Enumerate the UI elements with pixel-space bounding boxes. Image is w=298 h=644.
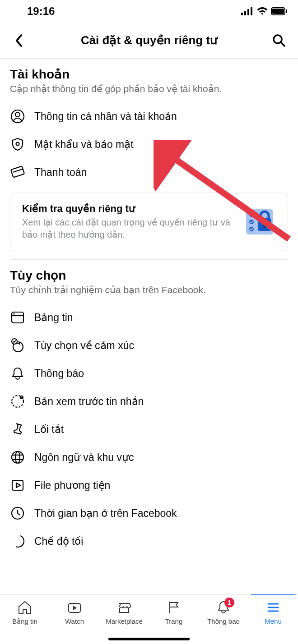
svg-line-8: [281, 42, 284, 46]
row-payments[interactable]: Thanh toán: [0, 158, 298, 186]
card-icon: [10, 165, 25, 180]
row-personal-info[interactable]: Thông tin cá nhân và tài khoản: [0, 102, 298, 130]
row-label: Thanh toán: [34, 166, 87, 179]
menu-icon: [265, 599, 281, 616]
section-title: Tùy chọn: [10, 268, 288, 283]
svg-point-22: [13, 313, 14, 314]
svg-point-25: [12, 396, 23, 407]
tab-label: Trang: [165, 617, 183, 625]
reaction-icon: [10, 338, 25, 353]
svg-rect-3: [251, 7, 252, 15]
row-label: Ngôn ngữ và khu vực: [34, 451, 134, 464]
svg-rect-19: [263, 222, 266, 228]
tab-label: Bảng tin: [12, 617, 37, 626]
row-label: Bảng tin: [34, 312, 73, 324]
row-password-security[interactable]: Mật khẩu và bảo mật: [0, 130, 298, 158]
status-indicators: [241, 7, 287, 16]
section-desc: Cập nhật thông tin để góp phần bảo vệ tà…: [10, 83, 288, 94]
bell-icon: [10, 366, 25, 381]
tab-label: Thông báo: [207, 617, 240, 625]
pin-icon: [10, 422, 25, 437]
svg-marker-32: [16, 483, 20, 488]
back-button[interactable]: [10, 32, 28, 50]
flag-icon: [166, 599, 182, 616]
row-media[interactable]: File phương tiện: [0, 471, 298, 499]
row-label: Chế độ tối: [34, 535, 83, 547]
row-shortcuts[interactable]: Lối tắt: [0, 415, 298, 443]
svg-rect-2: [247, 9, 249, 15]
section-desc: Tùy chỉnh trải nghiệm của bạn trên Faceb…: [10, 285, 288, 295]
cellular-icon: [241, 7, 254, 15]
bell-icon: 1: [215, 599, 232, 616]
tab-pages[interactable]: Trang: [149, 595, 199, 644]
tab-news-feed[interactable]: Bảng tin: [0, 595, 50, 644]
globe-icon: [10, 450, 25, 465]
row-notifications[interactable]: Thông báo: [0, 359, 298, 387]
row-reaction-preferences[interactable]: Tùy chọn về cảm xúc: [0, 331, 298, 359]
clock-icon: [10, 506, 25, 521]
tab-watch[interactable]: Watch: [50, 595, 99, 644]
header: Cài đặt & quyền riêng tư: [0, 23, 298, 59]
svg-line-13: [13, 169, 23, 172]
row-message-preview[interactable]: Bản xem trước tin nhắn: [0, 387, 298, 415]
notification-badge: 1: [224, 598, 234, 607]
card-title: Kiểm tra quyền riêng tư: [22, 203, 235, 215]
tab-label: Menu: [265, 617, 282, 625]
row-label: Lối tắt: [34, 423, 64, 436]
page-title: Cài đặt & quyền riêng tư: [28, 33, 270, 47]
svg-marker-35: [73, 606, 77, 610]
person-icon: [10, 109, 25, 124]
battery-icon: [271, 7, 287, 15]
content-scroll[interactable]: Tài khoản Cập nhật thông tin để góp phần…: [0, 59, 298, 594]
row-news-feed[interactable]: Bảng tin: [0, 304, 298, 331]
market-icon: [116, 599, 132, 616]
section-preferences: Tùy chọn Tùy chỉnh trải nghiệm của bạn t…: [0, 260, 298, 304]
feed-icon: [10, 310, 25, 325]
row-label: Thông tin cá nhân và tài khoản: [34, 110, 177, 123]
row-language-region[interactable]: Ngôn ngữ và khu vực: [0, 443, 298, 471]
chevron-left-icon: [14, 34, 23, 47]
tab-menu[interactable]: Menu: [248, 595, 298, 644]
privacy-checkup-card[interactable]: Kiểm tra quyền riêng tư Xem lại các cài …: [10, 193, 288, 251]
svg-point-28: [15, 451, 20, 463]
tab-label: Marketplace: [106, 617, 143, 625]
watch-icon: [66, 599, 83, 616]
card-sub: Xem lại các cài đặt quan trọng về quyền …: [22, 216, 235, 241]
svg-rect-5: [272, 9, 284, 14]
row-label: Thời gian bạn ở trên Facebook: [34, 507, 177, 520]
row-time-on-facebook[interactable]: Thời gian bạn ở trên Facebook: [0, 499, 298, 527]
media-icon: [10, 478, 25, 493]
svg-point-27: [12, 451, 23, 463]
shield-icon: [10, 137, 25, 152]
tab-notifications[interactable]: 1 Thông báo: [199, 595, 248, 644]
tab-bar: Bảng tin Watch Marketplace Trang 1 Thông…: [0, 594, 298, 644]
tab-label: Watch: [65, 617, 84, 625]
svg-rect-0: [241, 13, 243, 15]
section-title: Tài khoản: [10, 67, 288, 82]
row-label: File phương tiện: [34, 479, 110, 492]
svg-rect-1: [244, 11, 246, 15]
status-bar: 19:16: [0, 0, 298, 23]
privacy-checkup-icon: [243, 206, 276, 238]
svg-point-11: [16, 143, 19, 146]
card-text: Kiểm tra quyền riêng tư Xem lại các cài …: [22, 203, 235, 241]
search-button[interactable]: [270, 32, 288, 50]
status-time: 19:16: [27, 5, 55, 18]
svg-rect-31: [12, 480, 23, 490]
row-label: Bản xem trước tin nhắn: [34, 396, 144, 408]
bubble-dashed-icon: [10, 394, 25, 409]
row-label: Mật khẩu và bảo mật: [34, 138, 134, 151]
wifi-icon: [256, 7, 268, 16]
svg-rect-6: [286, 9, 287, 13]
row-label: Thông báo: [34, 368, 84, 380]
moon-icon: [10, 534, 25, 549]
tab-marketplace[interactable]: Marketplace: [99, 595, 149, 644]
search-icon: [272, 34, 286, 47]
row-label: Tùy chọn về cảm xúc: [34, 340, 134, 352]
row-dark-mode[interactable]: Chế độ tối: [0, 527, 298, 555]
section-account: Tài khoản Cập nhật thông tin để góp phần…: [0, 59, 298, 102]
svg-point-10: [15, 112, 20, 117]
home-icon: [17, 599, 33, 616]
home-indicator: [108, 638, 190, 640]
